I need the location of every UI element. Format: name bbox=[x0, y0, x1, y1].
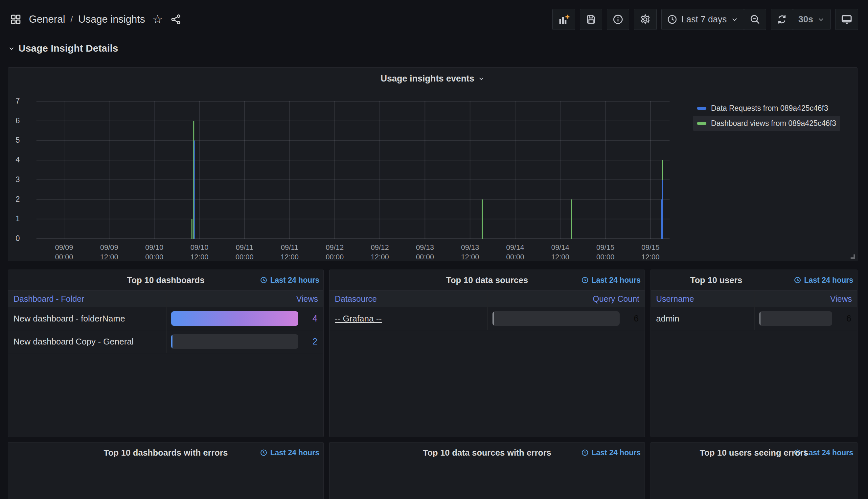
x-tick-label: 09/1012:00 bbox=[173, 243, 226, 261]
x-axis: 09/0900:0009/0912:0009/1000:0009/1012:00… bbox=[36, 243, 670, 263]
time-override-label: Last 24 hours bbox=[270, 448, 319, 457]
legend-item[interactable]: Dashboard views from 089a425c46f3 bbox=[693, 116, 840, 131]
legend-item[interactable]: Data Requests from 089a425c46f3 bbox=[693, 101, 840, 116]
y-tick-label: 6 bbox=[10, 117, 25, 125]
panel-top-10-dashboards: Top 10 dashboards Last 24 hours Dashboar… bbox=[8, 270, 324, 437]
y-tick-label: 7 bbox=[10, 97, 25, 106]
refresh-interval-picker[interactable]: 30s bbox=[793, 9, 831, 30]
legend-label: Dashboard views from 089a425c46f3 bbox=[711, 119, 836, 128]
row-name: New dashboard Copy - General bbox=[8, 330, 166, 353]
dashboard-settings-button[interactable] bbox=[634, 9, 657, 30]
column-header-username[interactable]: Username bbox=[651, 291, 754, 307]
bar-gauge bbox=[493, 311, 620, 326]
table-row: New dashboard Copy - General 2 bbox=[8, 330, 323, 353]
clock-icon bbox=[260, 449, 268, 457]
x-tick-label: 09/0900:00 bbox=[38, 243, 90, 261]
chevron-down-icon bbox=[478, 75, 485, 82]
panel-title[interactable]: Top 10 data sources with errors bbox=[423, 448, 551, 458]
y-tick-label: 1 bbox=[10, 214, 25, 223]
legend-swatch bbox=[697, 122, 706, 125]
table-row: admin 6 bbox=[651, 307, 857, 330]
panel-top-10-users: Top 10 users Last 24 hours Username View… bbox=[650, 270, 857, 437]
time-picker-group: Last 7 days bbox=[661, 9, 766, 30]
panel-title[interactable]: Top 10 users seeing errors bbox=[700, 448, 808, 458]
breadcrumb-separator: / bbox=[70, 14, 73, 25]
star-icon[interactable]: ☆ bbox=[152, 13, 163, 25]
row-value: 6 bbox=[620, 314, 645, 324]
top-navbar: General / Usage insights ☆ bbox=[0, 0, 868, 39]
row-usage-insight-details[interactable]: Usage Insight Details bbox=[8, 43, 118, 54]
panel-time-override: Last 24 hours bbox=[794, 276, 853, 285]
dashboard-toolbar: Last 7 days bbox=[552, 9, 858, 30]
nav-left: General / Usage insights ☆ bbox=[10, 13, 181, 25]
x-tick-label: 09/1512:00 bbox=[624, 243, 677, 261]
cycle-view-mode-button[interactable] bbox=[835, 9, 858, 30]
table-row: -- Grafana -- 6 bbox=[330, 307, 645, 330]
apps-grid-icon[interactable] bbox=[10, 13, 22, 25]
table-header-row: Username Views bbox=[651, 290, 857, 307]
bar-gauge bbox=[171, 334, 299, 349]
x-tick-label: 09/1500:00 bbox=[579, 243, 632, 261]
panel-top-10-data-sources-with-errors: Top 10 data sources with errors Last 24 … bbox=[329, 442, 645, 499]
panel-title: Usage insights events bbox=[381, 74, 474, 84]
clock-icon bbox=[581, 277, 589, 284]
legend-swatch bbox=[697, 107, 706, 110]
add-panel-button[interactable] bbox=[552, 9, 575, 30]
share-icon[interactable] bbox=[170, 14, 181, 25]
x-tick-label: 09/1312:00 bbox=[444, 243, 496, 261]
zoom-out-time-button[interactable] bbox=[744, 9, 766, 30]
x-tick-label: 09/1112:00 bbox=[263, 243, 316, 261]
row-value: 4 bbox=[298, 314, 323, 324]
y-tick-label: 2 bbox=[10, 195, 25, 204]
row-name: New dashboard - folderName bbox=[8, 307, 166, 330]
save-dashboard-button[interactable] bbox=[580, 9, 602, 30]
panel-usage-insights-events: Usage insights events 01234567 09/0900:0… bbox=[8, 68, 857, 261]
chevron-down-icon bbox=[8, 45, 15, 52]
panel-title[interactable]: Top 10 dashboards bbox=[127, 275, 204, 285]
column-header-views[interactable]: Views bbox=[754, 291, 857, 307]
column-header-views[interactable]: Views bbox=[166, 291, 324, 307]
panel-time-override: Last 24 hours bbox=[581, 448, 641, 457]
bar-gauge bbox=[759, 311, 832, 326]
x-tick-label: 09/1400:00 bbox=[489, 243, 542, 261]
breadcrumb-page[interactable]: Usage insights bbox=[78, 13, 145, 25]
grafana-dashboard: General / Usage insights ☆ bbox=[0, 0, 868, 499]
time-override-label: Last 24 hours bbox=[591, 276, 641, 285]
breadcrumb-folder[interactable]: General bbox=[29, 13, 65, 25]
column-header-dashboard-folder[interactable]: Dashboard - Folder bbox=[8, 291, 166, 307]
x-tick-label: 09/1212:00 bbox=[354, 243, 406, 261]
chevron-down-icon bbox=[817, 15, 825, 23]
column-header-query-count[interactable]: Query Count bbox=[487, 291, 645, 307]
section-title: Usage Insight Details bbox=[18, 43, 118, 54]
time-override-label: Last 24 hours bbox=[804, 276, 853, 285]
chart-legend: Data Requests from 089a425c46f3Dashboard… bbox=[693, 101, 840, 131]
chart-plot[interactable] bbox=[36, 101, 670, 239]
breadcrumb: General / Usage insights bbox=[29, 13, 145, 25]
datasource-link[interactable]: -- Grafana -- bbox=[335, 314, 382, 324]
panel-top-10-users-seeing-errors: Top 10 users seeing errors Last 24 hours bbox=[650, 442, 857, 499]
refresh-button[interactable] bbox=[771, 9, 793, 30]
clock-icon bbox=[794, 277, 801, 284]
time-range-picker[interactable]: Last 7 days bbox=[661, 9, 744, 30]
column-header-datasource[interactable]: Datasource bbox=[330, 291, 487, 307]
x-tick-label: 09/1412:00 bbox=[534, 243, 586, 261]
y-tick-label: 5 bbox=[10, 136, 25, 145]
refresh-interval-label: 30s bbox=[798, 14, 813, 25]
panel-time-override: Last 24 hours bbox=[260, 276, 319, 285]
panel-title[interactable]: Top 10 users bbox=[690, 275, 742, 285]
panel-time-override: Last 24 hours bbox=[581, 276, 641, 285]
panel-title[interactable]: Top 10 dashboards with errors bbox=[103, 448, 228, 458]
dashboard-info-button[interactable] bbox=[607, 9, 629, 30]
x-tick-label: 09/1100:00 bbox=[218, 243, 271, 261]
chart-panel-header[interactable]: Usage insights events bbox=[8, 68, 857, 89]
panel-title[interactable]: Top 10 data sources bbox=[446, 275, 528, 285]
panel-top-10-data-sources: Top 10 data sources Last 24 hours Dataso… bbox=[329, 270, 645, 437]
row-value: 6 bbox=[832, 314, 857, 324]
time-override-label: Last 24 hours bbox=[270, 276, 319, 285]
clock-icon bbox=[581, 449, 589, 457]
y-tick-label: 4 bbox=[10, 156, 25, 165]
panel-time-override: Last 24 hours bbox=[260, 448, 319, 457]
clock-icon bbox=[260, 277, 268, 284]
panel-resize-handle[interactable] bbox=[851, 254, 855, 259]
x-tick-label: 09/0912:00 bbox=[83, 243, 135, 261]
